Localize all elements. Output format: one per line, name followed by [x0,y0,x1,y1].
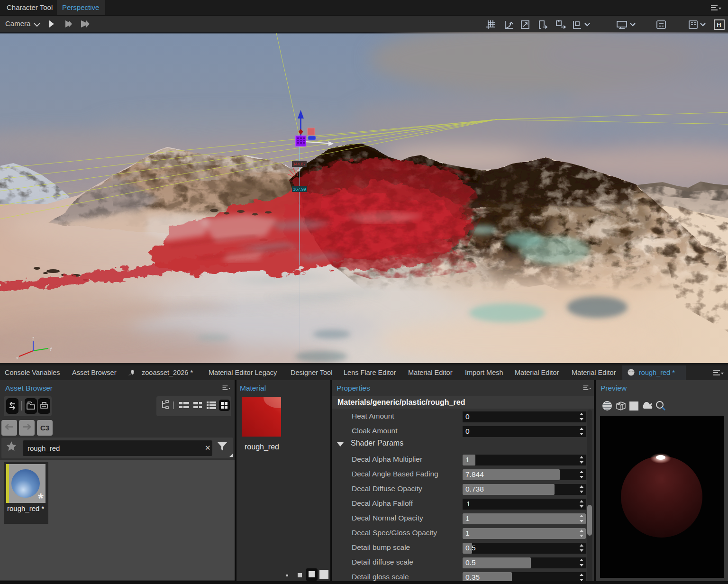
svg-text:z: z [32,336,35,340]
svg-text:x: x [16,356,18,360]
svg-text:y: y [50,346,52,351]
svg-text:344.87: 344.87 [292,162,306,166]
svg-text:167.99: 167.99 [293,187,306,192]
svg-text:H: H [717,21,721,28]
